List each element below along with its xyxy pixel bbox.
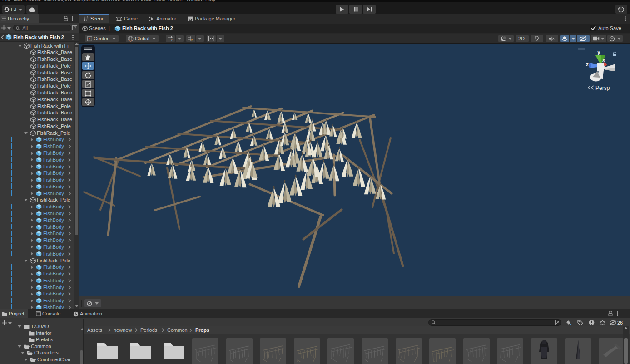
svg-text:5: 5 bbox=[191, 38, 193, 42]
svg-text:z: z bbox=[586, 61, 589, 68]
svg-text:y: y bbox=[597, 49, 600, 55]
svg-text:Y: Y bbox=[170, 39, 173, 42]
svg-text:x: x bbox=[602, 57, 605, 63]
